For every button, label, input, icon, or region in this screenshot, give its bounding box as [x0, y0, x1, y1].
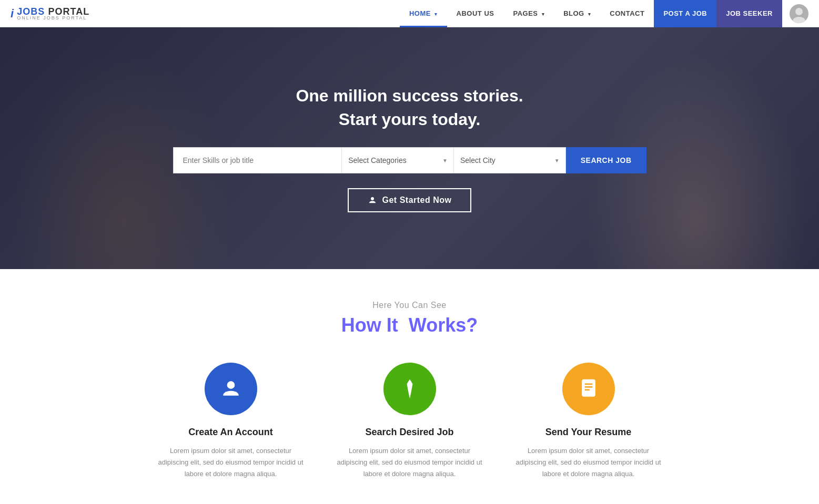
logo-text: JOBS PORTAL ONLINE JOBS PORTAL: [17, 6, 89, 20]
send-resume-title: Send Your Resume: [545, 427, 631, 438]
search-job-icon: [383, 363, 436, 415]
search-job-title: Search Desired Job: [365, 427, 453, 438]
nav-links: HOME ▾ ABOUT US PAGES ▾ BLOG ▾ CONTACT: [400, 0, 782, 27]
hero-headline-line2: Start yours today.: [339, 110, 481, 129]
svg-point-4: [227, 381, 235, 389]
hiw-title-color: Works?: [409, 314, 478, 336]
nav-item-pages[interactable]: PAGES ▾: [503, 0, 554, 27]
hiw-card-search-job: Search Desired Job Lorem ipsum dolor sit…: [336, 363, 483, 480]
nav-link-contact[interactable]: CONTACT: [600, 0, 654, 27]
send-resume-text: Lorem ipsum dolor sit amet, consectetur …: [515, 445, 662, 480]
person-icon: [219, 377, 242, 400]
get-started-label: Get Started Now: [382, 196, 452, 205]
document-icon: [577, 377, 600, 400]
nav-link-pages[interactable]: PAGES ▾: [503, 0, 554, 27]
nav-link-home[interactable]: HOME ▾: [400, 0, 447, 27]
categories-select[interactable]: Select Categories: [342, 147, 454, 173]
hiw-card-create-account: Create An Account Lorem ipsum dolor sit …: [157, 363, 305, 480]
blog-arrow: ▾: [588, 12, 591, 17]
logo-icon: i: [11, 7, 14, 20]
nav-item-post-job[interactable]: POST A JOB: [654, 0, 716, 27]
pages-arrow: ▾: [542, 12, 545, 17]
hiw-title: How It Works?: [11, 314, 808, 336]
nav-link-about[interactable]: ABOUT US: [447, 0, 504, 27]
job-seeker-button[interactable]: JOB SEEKER: [716, 0, 782, 27]
nav-item-contact[interactable]: CONTACT: [600, 0, 654, 27]
hero-headline-line1: One million success stories.: [296, 86, 523, 105]
svg-point-1: [795, 8, 803, 15]
hiw-subtitle: Here You Can See: [11, 301, 808, 310]
logo[interactable]: i JOBS PORTAL ONLINE JOBS PORTAL: [11, 6, 89, 20]
categories-select-wrapper: Select Categories: [342, 147, 454, 173]
hiw-cards: Create An Account Lorem ipsum dolor sit …: [11, 363, 808, 480]
nav-item-job-seeker[interactable]: JOB SEEKER: [716, 0, 782, 27]
how-it-works-section: Here You Can See How It Works? Create An…: [0, 269, 819, 501]
search-job-button[interactable]: SEARCH JOB: [566, 147, 646, 173]
city-select-wrapper: Select City: [454, 147, 566, 173]
hiw-title-black: How It: [341, 314, 398, 336]
avatar[interactable]: [790, 4, 808, 23]
navbar: i JOBS PORTAL ONLINE JOBS PORTAL HOME ▾ …: [0, 0, 819, 27]
city-select[interactable]: Select City: [454, 147, 566, 173]
create-account-text: Lorem ipsum dolor sit amet, consectetur …: [157, 445, 305, 480]
search-job-text: Lorem ipsum dolor sit amet, consectetur …: [336, 445, 483, 480]
search-input[interactable]: [173, 147, 342, 173]
hero-content: One million success stories. Start yours…: [0, 84, 819, 212]
nav-item-home[interactable]: HOME ▾: [400, 0, 447, 27]
tie-icon: [398, 377, 421, 400]
create-account-icon: [205, 363, 257, 415]
send-resume-icon: [562, 363, 615, 415]
hero-headline: One million success stories. Start yours…: [0, 84, 819, 131]
nav-link-blog[interactable]: BLOG ▾: [554, 0, 600, 27]
get-started-button[interactable]: Get Started Now: [348, 188, 472, 212]
logo-sub: ONLINE JOBS PORTAL: [17, 15, 89, 20]
nav-item-blog[interactable]: BLOG ▾: [554, 0, 600, 27]
person-icon: [368, 196, 377, 205]
create-account-title: Create An Account: [188, 427, 273, 438]
svg-point-3: [371, 197, 374, 200]
post-job-button[interactable]: POST A JOB: [654, 0, 716, 27]
hiw-card-send-resume: Send Your Resume Lorem ipsum dolor sit a…: [515, 363, 662, 480]
hero-section: One million success stories. Start yours…: [0, 27, 819, 269]
search-bar: Select Categories Select City SEARCH JOB: [173, 147, 646, 173]
svg-point-5: [408, 380, 411, 385]
nav-item-about[interactable]: ABOUT US: [447, 0, 504, 27]
home-arrow: ▾: [434, 12, 438, 17]
